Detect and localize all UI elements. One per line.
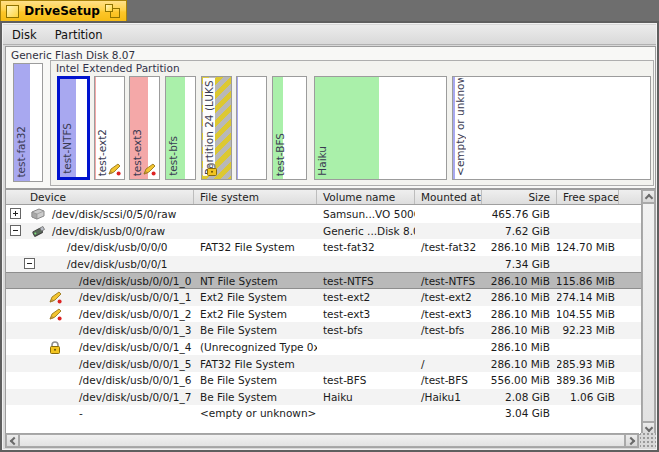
size-cell: 7.62 GiB [482, 223, 557, 240]
device-cell: /dev/disk/usb/0/0/1_6 [24, 372, 194, 389]
table-row-/dev/disk/usb/0/0/1_2[interactable]: /dev/disk/usb/0/0/1_2Ext2 File Systemtes… [6, 306, 642, 323]
partition-name-label: test-NTFS [61, 123, 73, 174]
title-tab[interactable]: DriveSetup [0, 0, 127, 21]
table-row-empty[interactable]: -<empty or unknown>3.04 GiB [6, 405, 642, 422]
tree-expander-cell [6, 339, 24, 356]
scroll-up-icon[interactable] [642, 190, 655, 203]
device-path: /dev/disk/usb/0/0/1_6 [79, 374, 191, 386]
partition-box-test-fat32[interactable]: test-fat32 [13, 63, 43, 182]
size-cell: 7.34 GiB [482, 256, 557, 273]
size-cell: 286.10 MiB [482, 306, 557, 323]
table-row-/dev/disk/usb/0/0/1_5[interactable]: /dev/disk/usb/0/0/1_5FAT32 File System/2… [6, 355, 642, 372]
partition-box-test-bfs[interactable]: test-bfs [165, 76, 196, 180]
device-cell: - [24, 405, 194, 422]
table-row-/dev/disk/usb/0/0/1_0[interactable]: /dev/disk/usb/0/0/1_0NT File Systemtest-… [6, 272, 642, 289]
column-header-tree[interactable] [6, 190, 24, 204]
device-cell: /dev/disk/usb/0/0/1_3 [24, 322, 194, 339]
filesystem-cell: Be File System [194, 372, 317, 389]
menu-item-disk[interactable]: Disk [3, 26, 46, 44]
device-cell: /dev/disk/scsi/0/5/0/raw [24, 206, 194, 223]
column-header-free[interactable]: Free space [557, 190, 619, 204]
encrypted-lock-icon [47, 340, 63, 355]
tree-expander-cell [6, 256, 24, 273]
filesystem-cell [194, 206, 317, 223]
table-row-/dev/disk/usb/0/0/raw[interactable]: /dev/disk/usb/0/0/rawGeneric ...Disk 8.0… [6, 223, 642, 240]
horizontal-scroll-thumb[interactable] [19, 434, 625, 447]
menu-item-partition[interactable]: Partition [46, 26, 112, 44]
column-header-volume[interactable]: Volume name [317, 190, 415, 204]
disk-visual-pane[interactable]: Generic Flash Disk 8.07 test-fat32 Intel… [5, 46, 656, 189]
vertical-scrollbar[interactable] [641, 189, 656, 436]
device-path: /dev/disk/usb/0/0/1_3 [79, 324, 191, 336]
partition-box-test-ext3[interactable]: test-ext3 [129, 76, 160, 180]
mounted-at-cell: /Haiku1 [415, 389, 482, 406]
partition-box-Partition 24 (LUKS enc...[interactable]: Partition 24 (LUKS enc... [201, 76, 232, 180]
tree-expander-cell [6, 372, 24, 389]
mounted-at-cell [415, 339, 482, 356]
table-row-/dev/disk/usb/0/0/1_7[interactable]: /dev/disk/usb/0/0/1_7Be File SystemHaiku… [6, 389, 642, 406]
volume-name-cell: Haiku [317, 389, 415, 406]
table-row-/dev/disk/usb/0/0/1[interactable]: /dev/disk/usb/0/0/17.34 GiB [6, 256, 642, 273]
collapse-icon[interactable] [24, 258, 35, 269]
expand-icon[interactable] [10, 208, 21, 219]
column-header-device[interactable]: Device [24, 190, 194, 204]
device-cell: /dev/disk/usb/0/0/1 [24, 256, 194, 273]
collapse-icon[interactable] [10, 225, 21, 236]
table-row-/dev/disk/usb/0/0/1_6[interactable]: /dev/disk/usb/0/0/1_6Be File Systemtest-… [6, 372, 642, 389]
column-header-size[interactable]: Size [482, 190, 557, 204]
size-cell: 286.10 MiB [482, 322, 557, 339]
table-row-/dev/disk/usb/0/0/1_3[interactable]: /dev/disk/usb/0/0/1_3Be File Systemtest-… [6, 322, 642, 339]
partition-box-<empty or unknown>[interactable]: <empty or unknown> [452, 76, 651, 180]
partition-box-test-NTFS[interactable]: test-NTFS [57, 76, 90, 180]
filler-cell [619, 223, 642, 240]
usb-stick-icon [30, 224, 46, 239]
mounted-at-cell: /test-NTFS [415, 272, 482, 289]
filesystem-cell: Be File System [194, 389, 317, 406]
table-row-/dev/disk/usb/0/0/1_1[interactable]: /dev/disk/usb/0/0/1_1Ext2 File Systemtes… [6, 289, 642, 306]
mounted-at-cell: /test-ext3 [415, 306, 482, 323]
partition-box-test-BFS[interactable]: test-BFS [272, 76, 307, 180]
table-header-row: DeviceFile systemVolume nameMounted atSi… [6, 190, 642, 205]
horizontal-scrollbar[interactable] [5, 433, 639, 448]
partition-box-Haiku[interactable]: Haiku [314, 76, 447, 180]
volume-name-cell [317, 405, 415, 422]
mounted-at-cell: /test-ext2 [415, 289, 482, 306]
size-cell: 556.00 MiB [482, 372, 557, 389]
filler-cell [619, 389, 642, 406]
scroll-left-icon[interactable] [6, 434, 19, 447]
partition-box-test-ext2[interactable]: test-ext2 [94, 76, 125, 180]
size-cell: 286.10 MiB [482, 272, 557, 289]
volume-name-cell: test-BFS [317, 372, 415, 389]
device-cell: /dev/disk/usb/0/0/1_1 [24, 289, 194, 306]
device-path: /dev/disk/usb/0/0/1_4 [79, 341, 191, 353]
zoom-icon[interactable] [105, 4, 120, 18]
zoom-icon-front-square [105, 4, 113, 12]
free-space-cell: 389.36 MiB [557, 372, 619, 389]
tree-expander-cell [6, 289, 24, 306]
table-row-/dev/disk/scsi/0/5/0/raw[interactable]: /dev/disk/scsi/0/5/0/rawSamsun...VO 500G… [6, 206, 642, 223]
column-header-filesystem[interactable]: File system [194, 190, 317, 204]
size-cell: 286.10 MiB [482, 339, 557, 356]
volume-name-cell: Generic ...Disk 8.07 [317, 223, 415, 240]
device-cell: /dev/disk/usb/0/0/1_4 [24, 339, 194, 356]
mounted-at-cell [415, 206, 482, 223]
free-space-cell: 1.06 GiB [557, 389, 619, 406]
table-row-/dev/disk/usb/0/0/0[interactable]: /dev/disk/usb/0/0/0FAT32 File Systemtest… [6, 239, 642, 256]
screen-backdrop: DriveSetup DiskPartition Generic Flash D… [0, 0, 659, 452]
filesystem-cell [194, 223, 317, 240]
extended-partition-label: Intel Extended Partition [56, 62, 180, 74]
vertical-scroll-thumb[interactable] [642, 203, 655, 422]
extended-partition-container[interactable]: Intel Extended Partition test-NTFStest-e… [50, 60, 654, 186]
volume-name-cell [317, 339, 415, 356]
close-icon[interactable] [6, 5, 19, 18]
resize-grip[interactable] [640, 433, 656, 448]
mounted-at-cell [415, 256, 482, 273]
table-row-/dev/disk/usb/0/0/1_4[interactable]: /dev/disk/usb/0/0/1_4(Unrecognized Type … [6, 339, 642, 356]
column-header-mounted[interactable]: Mounted at [415, 190, 482, 204]
scroll-right-icon[interactable] [625, 434, 638, 447]
partition-box-unnamed-5[interactable] [236, 76, 267, 180]
modified-pencil-icon [47, 290, 63, 305]
device-cell: /dev/disk/usb/0/0/0 [24, 239, 194, 256]
device-path: /dev/disk/usb/0/0/0 [67, 241, 168, 253]
device-path: /dev/disk/usb/0/0/1_5 [79, 358, 191, 370]
